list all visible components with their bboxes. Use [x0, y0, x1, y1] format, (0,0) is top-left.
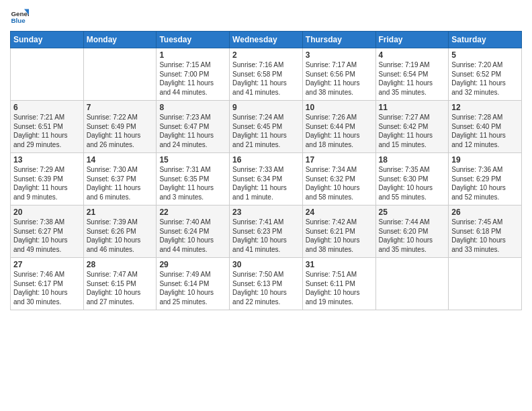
day-info: Sunrise: 7:26 AM Sunset: 6:44 PM Dayligh…	[306, 113, 373, 149]
day-info: Sunrise: 7:33 AM Sunset: 6:34 PM Dayligh…	[232, 165, 300, 201]
day-info: Sunrise: 7:45 AM Sunset: 6:18 PM Dayligh…	[451, 218, 519, 254]
calendar-cell: 5Sunrise: 7:20 AM Sunset: 6:52 PM Daylig…	[449, 48, 522, 101]
weekday-header-saturday: Saturday	[449, 32, 522, 48]
day-number: 9	[232, 103, 300, 112]
calendar-cell: 27Sunrise: 7:46 AM Sunset: 6:17 PM Dayli…	[11, 258, 84, 310]
day-info: Sunrise: 7:22 AM Sunset: 6:49 PM Dayligh…	[87, 113, 154, 149]
day-number: 30	[232, 260, 300, 269]
calendar-cell: 13Sunrise: 7:29 AM Sunset: 6:39 PM Dayli…	[11, 153, 84, 205]
day-number: 14	[87, 155, 154, 165]
day-info: Sunrise: 7:36 AM Sunset: 6:29 PM Dayligh…	[451, 165, 519, 201]
day-number: 5	[451, 50, 519, 60]
day-number: 25	[379, 208, 446, 217]
day-number: 4	[379, 50, 446, 60]
calendar-cell: 10Sunrise: 7:26 AM Sunset: 6:44 PM Dayli…	[302, 101, 375, 153]
day-info: Sunrise: 7:46 AM Sunset: 6:17 PM Dayligh…	[13, 270, 81, 306]
calendar-cell: 2Sunrise: 7:16 AM Sunset: 6:58 PM Daylig…	[230, 48, 303, 101]
calendar-header-row: SundayMondayTuesdayWednesdayThursdayFrid…	[11, 32, 522, 48]
calendar-cell: 15Sunrise: 7:31 AM Sunset: 6:35 PM Dayli…	[157, 153, 230, 205]
calendar-cell: 6Sunrise: 7:21 AM Sunset: 6:51 PM Daylig…	[11, 101, 84, 153]
calendar-week-5: 27Sunrise: 7:46 AM Sunset: 6:17 PM Dayli…	[11, 258, 522, 310]
day-info: Sunrise: 7:34 AM Sunset: 6:32 PM Dayligh…	[306, 165, 373, 201]
calendar-week-2: 6Sunrise: 7:21 AM Sunset: 6:51 PM Daylig…	[11, 101, 522, 153]
logo: General Blue	[10, 7, 32, 26]
day-info: Sunrise: 7:49 AM Sunset: 6:14 PM Dayligh…	[159, 270, 226, 306]
calendar-cell: 4Sunrise: 7:19 AM Sunset: 6:54 PM Daylig…	[375, 48, 449, 101]
calendar-week-4: 20Sunrise: 7:38 AM Sunset: 6:27 PM Dayli…	[11, 205, 522, 258]
calendar-cell: 11Sunrise: 7:27 AM Sunset: 6:42 PM Dayli…	[375, 101, 449, 153]
day-info: Sunrise: 7:20 AM Sunset: 6:52 PM Dayligh…	[451, 60, 519, 97]
day-number: 6	[13, 103, 81, 112]
calendar-table: SundayMondayTuesdayWednesdayThursdayFrid…	[10, 31, 522, 310]
calendar-cell: 20Sunrise: 7:38 AM Sunset: 6:27 PM Dayli…	[11, 205, 84, 258]
day-number: 7	[87, 103, 154, 112]
calendar-cell: 16Sunrise: 7:33 AM Sunset: 6:34 PM Dayli…	[230, 153, 303, 205]
calendar-cell: 28Sunrise: 7:47 AM Sunset: 6:15 PM Dayli…	[83, 258, 157, 310]
weekday-header-monday: Monday	[83, 32, 157, 48]
weekday-header-wednesday: Wednesday	[230, 32, 303, 48]
calendar-cell: 9Sunrise: 7:24 AM Sunset: 6:45 PM Daylig…	[230, 101, 303, 153]
calendar-cell: 26Sunrise: 7:45 AM Sunset: 6:18 PM Dayli…	[449, 205, 522, 258]
calendar-cell: 31Sunrise: 7:51 AM Sunset: 6:11 PM Dayli…	[302, 258, 375, 310]
day-number: 23	[232, 208, 300, 217]
day-info: Sunrise: 7:38 AM Sunset: 6:27 PM Dayligh…	[13, 218, 81, 254]
calendar-cell: 3Sunrise: 7:17 AM Sunset: 6:56 PM Daylig…	[302, 48, 375, 101]
day-number: 20	[13, 208, 81, 217]
day-number: 3	[306, 50, 373, 60]
calendar-cell: 30Sunrise: 7:50 AM Sunset: 6:13 PM Dayli…	[230, 258, 303, 310]
day-number: 17	[306, 155, 373, 165]
day-number: 27	[13, 260, 81, 269]
day-info: Sunrise: 7:27 AM Sunset: 6:42 PM Dayligh…	[379, 113, 446, 149]
day-number: 24	[306, 208, 373, 217]
weekday-header-friday: Friday	[375, 32, 449, 48]
calendar-cell: 19Sunrise: 7:36 AM Sunset: 6:29 PM Dayli…	[449, 153, 522, 205]
calendar-cell: 18Sunrise: 7:35 AM Sunset: 6:30 PM Dayli…	[375, 153, 449, 205]
day-info: Sunrise: 7:50 AM Sunset: 6:13 PM Dayligh…	[232, 270, 300, 306]
day-number: 22	[159, 208, 226, 217]
calendar-cell: 14Sunrise: 7:30 AM Sunset: 6:37 PM Dayli…	[83, 153, 157, 205]
calendar-cell	[11, 48, 84, 101]
day-number: 13	[13, 155, 81, 165]
day-info: Sunrise: 7:29 AM Sunset: 6:39 PM Dayligh…	[13, 165, 81, 201]
day-number: 1	[159, 50, 226, 60]
day-info: Sunrise: 7:17 AM Sunset: 6:56 PM Dayligh…	[306, 60, 373, 97]
calendar-cell: 22Sunrise: 7:40 AM Sunset: 6:24 PM Dayli…	[157, 205, 230, 258]
day-number: 11	[379, 103, 446, 112]
weekday-header-tuesday: Tuesday	[157, 32, 230, 48]
day-number: 29	[159, 260, 226, 269]
day-info: Sunrise: 7:19 AM Sunset: 6:54 PM Dayligh…	[379, 60, 446, 97]
calendar-cell: 12Sunrise: 7:28 AM Sunset: 6:40 PM Dayli…	[449, 101, 522, 153]
day-info: Sunrise: 7:15 AM Sunset: 7:00 PM Dayligh…	[159, 60, 226, 97]
calendar-body: 1Sunrise: 7:15 AM Sunset: 7:00 PM Daylig…	[11, 48, 522, 310]
day-number: 28	[87, 260, 154, 269]
day-info: Sunrise: 7:42 AM Sunset: 6:21 PM Dayligh…	[306, 218, 373, 254]
day-info: Sunrise: 7:31 AM Sunset: 6:35 PM Dayligh…	[159, 165, 226, 201]
calendar-cell: 29Sunrise: 7:49 AM Sunset: 6:14 PM Dayli…	[157, 258, 230, 310]
calendar-cell	[83, 48, 157, 101]
calendar-cell: 1Sunrise: 7:15 AM Sunset: 7:00 PM Daylig…	[157, 48, 230, 101]
day-info: Sunrise: 7:30 AM Sunset: 6:37 PM Dayligh…	[87, 165, 154, 201]
calendar-week-1: 1Sunrise: 7:15 AM Sunset: 7:00 PM Daylig…	[11, 48, 522, 101]
weekday-header-thursday: Thursday	[302, 32, 375, 48]
day-info: Sunrise: 7:39 AM Sunset: 6:26 PM Dayligh…	[87, 218, 154, 254]
day-number: 26	[451, 208, 519, 217]
day-info: Sunrise: 7:40 AM Sunset: 6:24 PM Dayligh…	[159, 218, 226, 254]
calendar-cell: 23Sunrise: 7:41 AM Sunset: 6:23 PM Dayli…	[230, 205, 303, 258]
calendar-cell: 21Sunrise: 7:39 AM Sunset: 6:26 PM Dayli…	[83, 205, 157, 258]
day-number: 8	[159, 103, 226, 112]
page-header: General Blue	[10, 7, 522, 26]
day-number: 2	[232, 50, 300, 60]
day-number: 18	[379, 155, 446, 165]
day-info: Sunrise: 7:44 AM Sunset: 6:20 PM Dayligh…	[379, 218, 446, 254]
day-info: Sunrise: 7:23 AM Sunset: 6:47 PM Dayligh…	[159, 113, 226, 149]
day-number: 15	[159, 155, 226, 165]
day-info: Sunrise: 7:47 AM Sunset: 6:15 PM Dayligh…	[87, 270, 154, 306]
day-info: Sunrise: 7:51 AM Sunset: 6:11 PM Dayligh…	[306, 270, 373, 306]
day-number: 12	[451, 103, 519, 112]
day-number: 19	[451, 155, 519, 165]
day-info: Sunrise: 7:28 AM Sunset: 6:40 PM Dayligh…	[451, 113, 519, 149]
day-number: 16	[232, 155, 300, 165]
calendar-week-3: 13Sunrise: 7:29 AM Sunset: 6:39 PM Dayli…	[11, 153, 522, 205]
day-info: Sunrise: 7:35 AM Sunset: 6:30 PM Dayligh…	[379, 165, 446, 201]
day-number: 21	[87, 208, 154, 217]
